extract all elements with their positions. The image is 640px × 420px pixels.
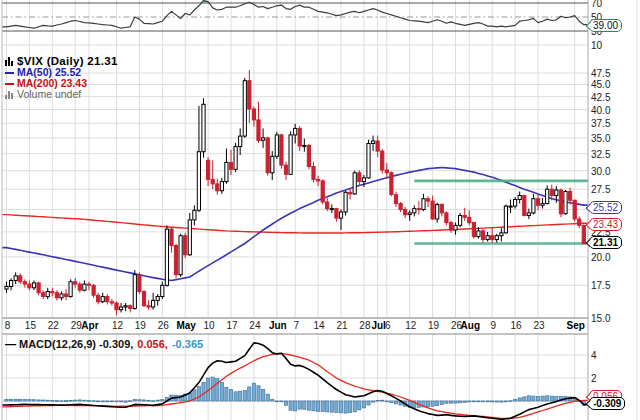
date-tick-8: 8 <box>5 320 11 331</box>
date-tick-May: May <box>176 320 195 331</box>
date-tick-17: 17 <box>226 320 237 331</box>
date-tick-19: 19 <box>428 320 439 331</box>
date-tick-Jun: Jun <box>269 320 287 331</box>
price-tick-37.5: 37.5 <box>591 118 610 129</box>
price-tick-27.5: 27.5 <box>591 184 610 195</box>
oscillator-tick-10: 10 <box>591 40 602 51</box>
date-tick-24: 24 <box>249 320 260 331</box>
date-tick-23: 23 <box>533 320 544 331</box>
price-tick-40.0: 40.0 <box>591 105 610 116</box>
last-price-box: 21.31 <box>589 236 622 249</box>
candlestick-chart-icon <box>5 57 14 66</box>
volume-bars-icon <box>5 90 14 99</box>
date-tick-12: 12 <box>112 320 123 331</box>
date-tick-26: 26 <box>158 320 169 331</box>
price-tick-32.5: 32.5 <box>591 149 610 160</box>
date-tick-29: 29 <box>71 320 82 331</box>
price-tick-47.5: 47.5 <box>591 68 610 79</box>
price-tick-42.5: 42.5 <box>591 92 610 103</box>
macd-hist-value: -0.365 <box>172 338 203 350</box>
price-tick-20.0: 20.0 <box>591 252 610 263</box>
ma200-value-box: 23.43 <box>589 218 622 231</box>
date-tick-19: 19 <box>135 320 146 331</box>
date-tick-21: 21 <box>336 320 347 331</box>
price-tick-35.0: 35.0 <box>591 133 610 144</box>
date-tick-12: 12 <box>405 320 416 331</box>
date-tick-15: 15 <box>25 320 36 331</box>
date-tick-14: 14 <box>314 320 325 331</box>
price-tick-30.0: 30.0 <box>591 166 610 177</box>
oscillator-value-box: 39.00 <box>589 19 622 32</box>
ma50-line-swatch <box>5 72 14 74</box>
macd-signal-value: 0.056, <box>137 338 168 350</box>
date-tick-Jul: Jul <box>371 320 385 331</box>
date-tick-16: 16 <box>511 320 522 331</box>
price-tick-45.0: 45.0 <box>591 79 610 90</box>
ma50-value-box: 25.52 <box>589 201 622 214</box>
date-tick-Sep: Sep <box>566 320 584 331</box>
date-tick-22: 22 <box>48 320 59 331</box>
macd-value-box: -0.309 <box>589 397 625 410</box>
oscillator-tick-70: 70 <box>591 0 602 9</box>
date-tick-10: 10 <box>204 320 215 331</box>
macd-label-and-value: MACD(12,26,9) -0.309, <box>19 338 133 350</box>
date-tick-Apr: Apr <box>81 320 98 331</box>
macd-legend: —MACD(12,26,9) -0.309,0.056,-0.365 <box>5 338 203 350</box>
ma200-line-swatch <box>5 83 14 85</box>
price-tick-17.5: 17.5 <box>591 280 610 291</box>
main-chart-legend: $VIX (Daily) 21.31 MA(50) 25.52 MA(200) … <box>5 56 118 100</box>
date-tick-9: 9 <box>490 320 496 331</box>
date-tick-7: 7 <box>293 320 299 331</box>
volume-legend: Volume undef <box>17 89 81 100</box>
date-tick-28: 28 <box>359 320 370 331</box>
date-tick-6: 6 <box>385 320 391 331</box>
macd-tick-4: 4 <box>591 350 597 361</box>
price-tick-15.0: 15.0 <box>591 313 610 324</box>
macd-tick-2: 2 <box>591 373 597 384</box>
date-tick-Aug: Aug <box>461 320 480 331</box>
macd-line-swatch: — <box>5 338 16 350</box>
stockchart-window: $VIX (Daily) 21.31 MA(50) 25.52 MA(200) … <box>0 0 640 420</box>
